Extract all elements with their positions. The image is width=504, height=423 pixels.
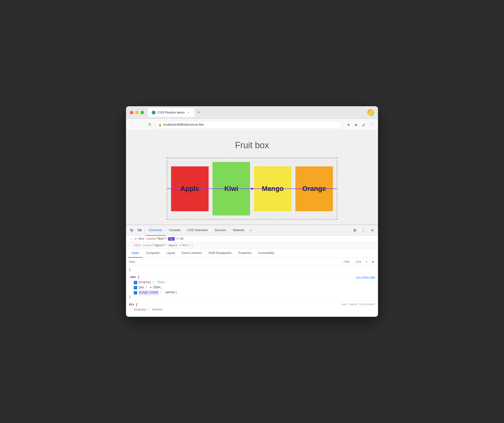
dom-element-start: <div class="box"> [138,237,167,241]
customize-button[interactable]: ⋮ [360,227,367,234]
lock-icon: 🔒 [158,123,162,126]
page-content: Fruit box Apple Kiwi Mango Orange [126,130,378,225]
styles-colon-2: : [145,285,149,290]
styles-colon-1: : [152,280,156,285]
inner-tab-styles[interactable]: Styles [128,249,143,258]
styles-empty-brace: } [129,268,131,271]
dom-equals: == [176,237,179,241]
maximize-button[interactable] [141,111,144,114]
settings-button[interactable]: ⚙ [351,227,359,234]
styles-user-agent-label: user agent stylesheet [341,303,375,306]
styles-gap-row: gap : ▶ 12px; [134,285,375,290]
styles-box-close-brace: } [129,295,375,299]
url-bar[interactable]: 🔒 localhost:8080/demo/css-flex [155,121,342,129]
close-button[interactable] [130,111,133,114]
tab-console[interactable]: Console [165,225,184,236]
styles-align-value: center; [165,290,177,295]
styles-empty-section: } [126,266,378,274]
dom-tag: <div [138,237,146,241]
inner-tabs-bar: Styles Computed Layout Event Listeners D… [126,249,378,258]
svg-rect-0 [138,229,140,231]
styles-align-checkbox[interactable] [134,291,137,294]
inner-tab-properties[interactable]: Properties [235,249,255,258]
inner-tab-event-listeners[interactable]: Event Listeners [178,249,205,258]
styles-box-selector: .box { [129,276,139,279]
dom-child-line: <div class="apple"> Apple </div> { [126,242,378,249]
back-button[interactable]: ← [129,121,136,128]
flex-gap-indicator [251,187,253,190]
styles-colon-4: : [147,308,151,312]
dom-attr-value: "box" [157,237,165,241]
styles-gap-triangle[interactable]: ▶ [150,286,152,290]
toolbar-separator [144,228,145,233]
url-text: localhost:8080/demo/css-flex [163,123,204,126]
dom-flex-badge: flex [168,237,175,241]
devtools-toolbar: Elements Console CSS Overview Sources Ne… [126,225,378,236]
close-devtools-button[interactable]: ✕ [368,227,376,234]
fruit-kiwi: Kiwi [213,162,250,215]
flex-demo-container: Apple Kiwi Mango Orange [167,158,337,220]
tab-css-overview[interactable]: CSS Overview [184,225,211,236]
styles-align-row: align-items : center; [134,290,375,295]
fruit-apple: Apple [171,166,209,211]
styles-panel: :hov .cls + ◀ } .box { css-flex:302 [126,258,378,314]
profile-icon[interactable] [367,109,374,116]
styles-align-name: align-items [139,290,159,295]
styles-gap-checkbox[interactable] [134,286,137,289]
dom-triangle: ▼ [135,238,137,240]
address-actions: ★ ☯ 🖌 ⋮ [345,121,375,128]
inner-tab-dom-breakpoints[interactable]: DOM Breakpoints [205,249,235,258]
tab-close-button[interactable]: × [187,111,190,114]
element-picker-button[interactable] [128,227,136,234]
styles-source-link[interactable]: css-flex:302 [356,276,375,279]
styles-user-agent-section: div { user agent stylesheet display : bl… [126,301,378,314]
styles-div-selector: div { [129,303,138,306]
styles-rule-header: .box { css-flex:302 [129,276,375,279]
forward-button[interactable]: → [138,121,144,128]
svg-rect-1 [140,230,141,231]
tab-elements[interactable]: Elements [146,225,165,236]
styles-filter-input[interactable] [129,260,339,264]
styles-display-value: flex; [157,280,166,285]
styles-user-agent-header: div { user agent stylesheet [129,303,375,306]
device-toolbar-button[interactable] [136,227,143,234]
styles-filter-row: :hov .cls + ◀ [126,258,378,266]
address-bar: ← → ↻ 🔒 localhost:8080/demo/css-flex ★ ☯… [126,119,378,130]
menu-button[interactable]: ⋮ [368,121,375,128]
devtools-right-buttons: ⚙ ⋮ ✕ [351,227,376,234]
sidebar-toggle-button[interactable]: ◀ [370,259,375,264]
styles-gap-value: 12px; [153,285,162,290]
inner-tab-layout[interactable]: Layout [163,249,178,258]
new-tab-button[interactable]: + [195,109,202,116]
reload-button[interactable]: ↻ [146,121,153,128]
tab-network[interactable]: Network [229,225,248,236]
title-bar: CSS Flexbox demo × + [126,106,378,119]
more-tabs-button[interactable]: » [248,225,253,236]
cls-button[interactable]: .cls [353,260,363,264]
styles-display-checkbox[interactable] [134,281,137,284]
bookmark-button[interactable]: ★ [345,121,352,128]
styles-colon-3: : [160,290,164,295]
styles-box-rule: .box { css-flex:302 display : flex; gap … [126,274,378,301]
dom-breadcrumb: ... ▼ <div class="box"> flex == $0 [126,236,378,242]
inner-tab-computed[interactable]: Computed [143,249,163,258]
add-style-button[interactable]: + [364,260,369,264]
fruit-orange: Orange [295,166,333,211]
dropper-button[interactable]: 🖌 [361,121,367,128]
tab-bar: CSS Flexbox demo × + [148,108,365,117]
tab-sources[interactable]: Sources [211,225,229,236]
minimize-button[interactable] [135,111,139,114]
tab-favicon [152,111,156,114]
styles-display-block-value: block; [152,308,163,312]
active-tab[interactable]: CSS Flexbox demo × [148,108,194,117]
inner-tab-accessibility[interactable]: Accessibility [255,249,277,258]
styles-display-name: display [139,280,151,285]
dom-ellipsis[interactable]: ... [129,237,134,241]
fruit-mango: Mango [254,166,291,211]
extensions-button[interactable]: ☯ [353,121,360,128]
browser-window: CSS Flexbox demo × + ← → ↻ 🔒 localhost:8… [126,106,378,317]
hov-button[interactable]: :hov [341,260,352,264]
traffic-lights [130,111,144,114]
devtools-panel: Elements Console CSS Overview Sources Ne… [126,225,378,317]
dom-tag-close: > [165,237,167,241]
